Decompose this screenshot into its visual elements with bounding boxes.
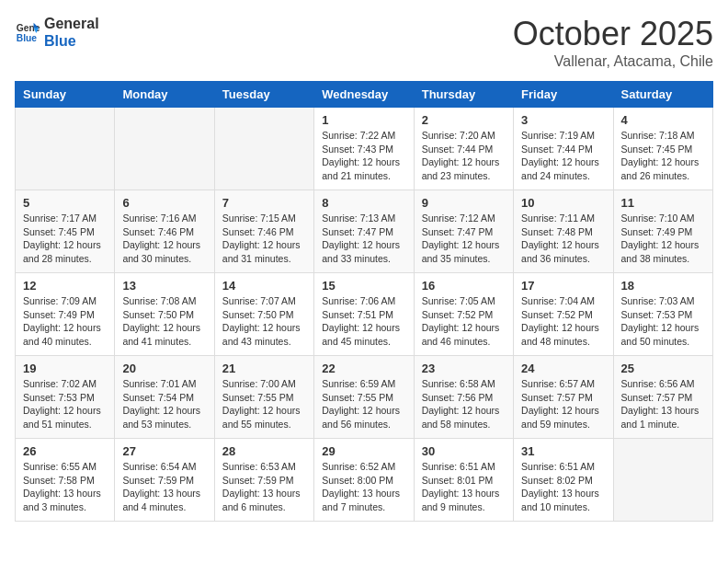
day-number: 26 <box>23 444 107 458</box>
day-cell-8: 8Sunrise: 7:13 AMSunset: 7:47 PMDaylight… <box>314 190 414 273</box>
logo-icon: General Blue <box>15 19 40 45</box>
day-info: Sunrise: 7:06 AMSunset: 7:51 PMDaylight:… <box>322 294 405 349</box>
day-number: 2 <box>422 113 506 127</box>
day-cell-2: 2Sunrise: 7:20 AMSunset: 7:44 PMDaylight… <box>414 108 513 190</box>
day-number: 16 <box>422 279 506 293</box>
day-number: 18 <box>621 279 705 293</box>
day-cell-12: 12Sunrise: 7:09 AMSunset: 7:49 PMDayligh… <box>16 273 115 356</box>
day-number: 9 <box>422 196 506 210</box>
header-day-thursday: Thursday <box>414 82 513 108</box>
day-cell-27: 27Sunrise: 6:54 AMSunset: 7:59 PMDayligh… <box>115 439 214 522</box>
day-number: 23 <box>422 362 506 375</box>
header-day-friday: Friday <box>514 82 613 108</box>
empty-cell <box>115 108 214 190</box>
day-info: Sunrise: 7:15 AMSunset: 7:46 PMDaylight:… <box>222 212 306 266</box>
day-info: Sunrise: 6:52 AMSunset: 8:00 PMDaylight:… <box>322 460 405 514</box>
day-info: Sunrise: 6:56 AMSunset: 7:57 PMDaylight:… <box>621 377 705 431</box>
day-info: Sunrise: 7:09 AMSunset: 7:49 PMDaylight:… <box>23 294 107 349</box>
day-info: Sunrise: 6:57 AMSunset: 7:57 PMDaylight:… <box>521 377 605 431</box>
title-block: October 2025 Vallenar, Atacama, Chile <box>513 15 713 70</box>
day-cell-13: 13Sunrise: 7:08 AMSunset: 7:50 PMDayligh… <box>115 273 214 356</box>
day-number: 11 <box>621 196 705 210</box>
svg-text:Blue: Blue <box>17 33 38 43</box>
day-number: 30 <box>422 444 506 458</box>
day-info: Sunrise: 7:03 AMSunset: 7:53 PMDaylight:… <box>621 294 705 349</box>
calendar-table: SundayMondayTuesdayWednesdayThursdayFrid… <box>15 81 713 522</box>
day-number: 24 <box>521 362 605 375</box>
calendar-body: 1Sunrise: 7:22 AMSunset: 7:43 PMDaylight… <box>16 108 713 522</box>
day-info: Sunrise: 7:10 AMSunset: 7:49 PMDaylight:… <box>621 212 705 266</box>
day-info: Sunrise: 6:59 AMSunset: 7:55 PMDaylight:… <box>322 377 405 431</box>
day-info: Sunrise: 6:55 AMSunset: 7:58 PMDaylight:… <box>23 460 107 514</box>
header-day-wednesday: Wednesday <box>314 82 414 108</box>
week-row-2: 5Sunrise: 7:17 AMSunset: 7:45 PMDaylight… <box>16 190 713 273</box>
day-number: 22 <box>322 362 405 375</box>
day-cell-14: 14Sunrise: 7:07 AMSunset: 7:50 PMDayligh… <box>214 273 313 356</box>
day-number: 7 <box>222 196 306 210</box>
day-info: Sunrise: 6:53 AMSunset: 7:59 PMDaylight:… <box>222 460 306 514</box>
month-title: October 2025 <box>513 15 713 53</box>
day-number: 25 <box>621 362 705 375</box>
day-cell-11: 11Sunrise: 7:10 AMSunset: 7:49 PMDayligh… <box>613 190 712 273</box>
day-number: 12 <box>23 279 107 293</box>
day-cell-5: 5Sunrise: 7:17 AMSunset: 7:45 PMDaylight… <box>16 190 115 273</box>
day-cell-7: 7Sunrise: 7:15 AMSunset: 7:46 PMDaylight… <box>214 190 313 273</box>
week-row-1: 1Sunrise: 7:22 AMSunset: 7:43 PMDaylight… <box>16 108 713 190</box>
day-cell-31: 31Sunrise: 6:51 AMSunset: 8:02 PMDayligh… <box>514 439 613 522</box>
logo-general: General <box>44 15 99 32</box>
day-cell-6: 6Sunrise: 7:16 AMSunset: 7:46 PMDaylight… <box>115 190 214 273</box>
day-cell-18: 18Sunrise: 7:03 AMSunset: 7:53 PMDayligh… <box>613 273 712 356</box>
day-cell-3: 3Sunrise: 7:19 AMSunset: 7:44 PMDaylight… <box>514 108 613 190</box>
day-info: Sunrise: 7:22 AMSunset: 7:43 PMDaylight:… <box>322 129 405 183</box>
day-number: 20 <box>122 362 206 375</box>
empty-cell <box>613 439 712 522</box>
day-cell-29: 29Sunrise: 6:52 AMSunset: 8:00 PMDayligh… <box>314 439 414 522</box>
day-info: Sunrise: 7:19 AMSunset: 7:44 PMDaylight:… <box>521 129 605 183</box>
day-info: Sunrise: 7:11 AMSunset: 7:48 PMDaylight:… <box>521 212 605 266</box>
day-number: 4 <box>621 113 705 127</box>
empty-cell <box>16 108 115 190</box>
day-number: 17 <box>521 279 605 293</box>
day-number: 19 <box>23 362 107 375</box>
day-number: 10 <box>521 196 605 210</box>
page-header: General Blue General Blue October 2025 V… <box>15 15 713 70</box>
day-number: 6 <box>122 196 206 210</box>
day-info: Sunrise: 7:05 AMSunset: 7:52 PMDaylight:… <box>422 294 506 349</box>
day-cell-9: 9Sunrise: 7:12 AMSunset: 7:47 PMDaylight… <box>414 190 513 273</box>
day-cell-17: 17Sunrise: 7:04 AMSunset: 7:52 PMDayligh… <box>514 273 613 356</box>
day-info: Sunrise: 7:18 AMSunset: 7:45 PMDaylight:… <box>621 129 705 183</box>
header-day-saturday: Saturday <box>613 82 712 108</box>
day-cell-1: 1Sunrise: 7:22 AMSunset: 7:43 PMDaylight… <box>314 108 414 190</box>
day-cell-19: 19Sunrise: 7:02 AMSunset: 7:53 PMDayligh… <box>16 356 115 439</box>
day-number: 27 <box>122 444 206 458</box>
day-info: Sunrise: 7:02 AMSunset: 7:53 PMDaylight:… <box>23 377 107 431</box>
location: Vallenar, Atacama, Chile <box>513 53 713 70</box>
day-cell-25: 25Sunrise: 6:56 AMSunset: 7:57 PMDayligh… <box>613 356 712 439</box>
day-info: Sunrise: 7:20 AMSunset: 7:44 PMDaylight:… <box>422 129 506 183</box>
day-cell-28: 28Sunrise: 6:53 AMSunset: 7:59 PMDayligh… <box>214 439 313 522</box>
week-row-4: 19Sunrise: 7:02 AMSunset: 7:53 PMDayligh… <box>16 356 713 439</box>
day-number: 1 <box>322 113 405 127</box>
day-cell-20: 20Sunrise: 7:01 AMSunset: 7:54 PMDayligh… <box>115 356 214 439</box>
header-row: SundayMondayTuesdayWednesdayThursdayFrid… <box>16 82 713 108</box>
day-number: 14 <box>222 279 306 293</box>
day-info: Sunrise: 7:12 AMSunset: 7:47 PMDaylight:… <box>422 212 506 266</box>
day-cell-15: 15Sunrise: 7:06 AMSunset: 7:51 PMDayligh… <box>314 273 414 356</box>
day-number: 28 <box>222 444 306 458</box>
day-cell-22: 22Sunrise: 6:59 AMSunset: 7:55 PMDayligh… <box>314 356 414 439</box>
empty-cell <box>214 108 313 190</box>
day-info: Sunrise: 6:58 AMSunset: 7:56 PMDaylight:… <box>422 377 506 431</box>
logo-blue: Blue <box>44 32 99 50</box>
day-cell-21: 21Sunrise: 7:00 AMSunset: 7:55 PMDayligh… <box>214 356 313 439</box>
day-number: 29 <box>322 444 405 458</box>
logo: General Blue General Blue <box>15 15 99 50</box>
day-info: Sunrise: 7:13 AMSunset: 7:47 PMDaylight:… <box>322 212 405 266</box>
day-cell-26: 26Sunrise: 6:55 AMSunset: 7:58 PMDayligh… <box>16 439 115 522</box>
day-number: 8 <box>322 196 405 210</box>
day-info: Sunrise: 7:08 AMSunset: 7:50 PMDaylight:… <box>122 294 206 349</box>
week-row-5: 26Sunrise: 6:55 AMSunset: 7:58 PMDayligh… <box>16 439 713 522</box>
day-cell-16: 16Sunrise: 7:05 AMSunset: 7:52 PMDayligh… <box>414 273 513 356</box>
day-number: 15 <box>322 279 405 293</box>
header-day-monday: Monday <box>115 82 214 108</box>
day-number: 3 <box>521 113 605 127</box>
